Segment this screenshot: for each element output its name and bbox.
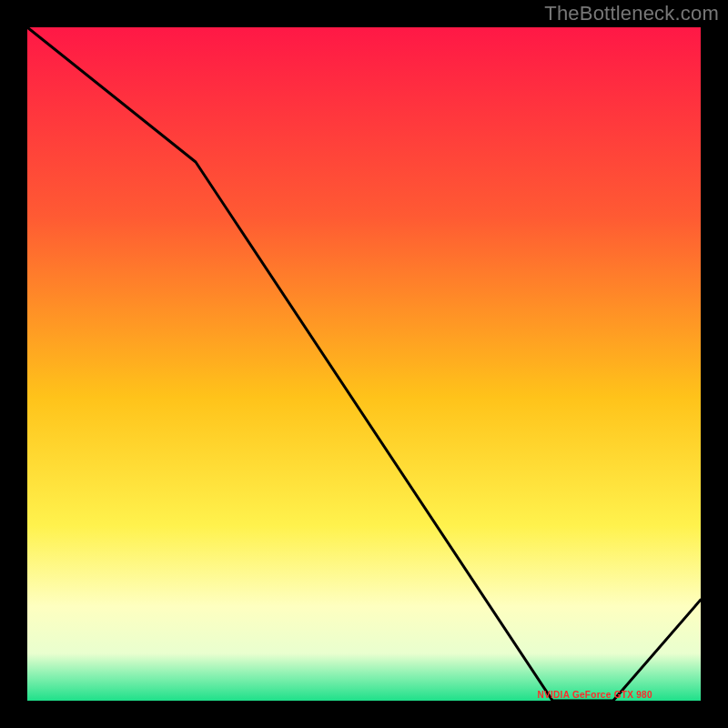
- bottleneck-chart: [27, 27, 701, 701]
- series-label: NVIDIA GeForce GTX 980: [538, 690, 652, 700]
- attribution-text: TheBottleneck.com: [544, 2, 719, 25]
- gradient-background: [27, 27, 701, 701]
- chart-frame: TheBottleneck.com NVIDIA GeForce GTX 980: [0, 0, 728, 728]
